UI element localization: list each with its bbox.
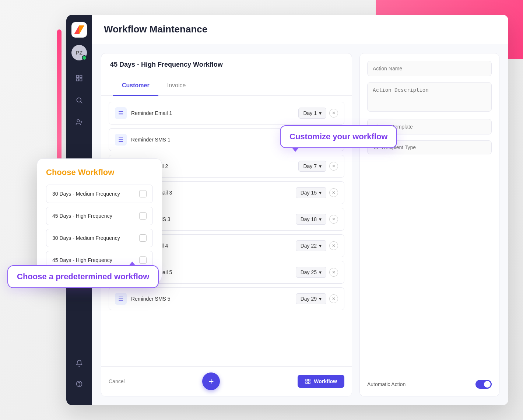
action-name-field (367, 61, 492, 76)
workflow-option-label-1: 45 Days - High Frequency (52, 213, 112, 219)
svg-rect-0 (77, 76, 79, 78)
remove-btn-5[interactable]: ✕ (329, 241, 338, 250)
tab-customer-label: Customer (122, 82, 150, 88)
workflow-option-checkbox-1[interactable] (139, 212, 147, 220)
action-description-field (367, 82, 492, 113)
page-title: Workflow Maintenance (104, 24, 496, 35)
tab-invoice[interactable]: Invoice (158, 76, 195, 96)
remove-btn-0[interactable]: ✕ (329, 109, 338, 118)
sidebar-item-users[interactable] (73, 116, 86, 129)
workflow-item-right-4: Day 18 ▾ ✕ (296, 214, 338, 225)
sidebar-item-grid[interactable] (73, 71, 86, 85)
remove-btn-7[interactable]: ✕ (329, 294, 338, 303)
sidebar-bottom (73, 357, 86, 398)
logo-inner (74, 25, 84, 35)
choose-workflow-title: Choose Workflow (46, 168, 153, 177)
avatar-status-indicator (82, 55, 87, 60)
sidebar-item-bell[interactable] (73, 357, 86, 370)
doc-icon-0: ☰ (115, 107, 127, 119)
svg-point-4 (77, 98, 81, 102)
day-selector-7[interactable]: Day 29 ▾ (296, 293, 326, 304)
workflow-item-name-0: Reminder Email 1 (131, 110, 172, 116)
workflow-item-left-1: ☰ Reminder SMS 1 (115, 134, 171, 146)
tabs-container: Customer Invoice (101, 76, 352, 96)
day-selector-5[interactable]: Day 22 ▾ (296, 240, 326, 251)
day-selector-2[interactable]: Day 7 ▾ (298, 161, 326, 172)
workflow-item-right-0: Day 1 ▾ ✕ (298, 108, 338, 119)
table-row: ☰ Reminder SMS 5 Day 29 ▾ ✕ (109, 287, 344, 310)
workflow-title: 45 Days - High Frequency Workflow (110, 61, 223, 69)
tooltip-predetermined-text: Choose a predetermined workflow (17, 272, 149, 281)
workflow-item-right-3: Day 15 ▾ ✕ (296, 187, 338, 198)
choose-workflow-popup: Choose Workflow 30 Days - Medium Frequen… (37, 158, 162, 282)
day-selector-0[interactable]: Day 1 ▾ (298, 108, 326, 119)
workflow-option-checkbox-2[interactable] (139, 234, 147, 242)
toggle-knob (484, 381, 491, 388)
auto-action-label: Automatic Action (367, 381, 406, 387)
right-panel: To Automatic Action (359, 53, 499, 396)
remove-btn-6[interactable]: ✕ (329, 268, 338, 277)
workflow-option-label-3: 45 Days - High Frequency (52, 257, 112, 263)
workflow-option-label-0: 30 Days - Medium Frequency (52, 191, 120, 197)
svg-point-8 (79, 385, 80, 386)
workflow-item-name-7: Reminder SMS 5 (131, 296, 171, 302)
cancel-button[interactable]: Cancel (109, 378, 125, 384)
list-item[interactable]: 30 Days - Medium Frequency (46, 185, 153, 203)
workflow-item-right-2: Day 7 ▾ ✕ (298, 161, 338, 172)
svg-rect-10 (309, 379, 310, 381)
svg-line-5 (81, 102, 83, 104)
day-selector-3[interactable]: Day 15 ▾ (296, 187, 326, 198)
tooltip-customize-text: Customize your workflow (289, 132, 387, 141)
panel-footer: Cancel + Workflow (101, 366, 352, 396)
svg-rect-1 (80, 76, 82, 78)
workflow-option-label-2: 30 Days - Medium Frequency (52, 235, 120, 241)
panel-header: 45 Days - High Frequency Workflow (101, 53, 352, 76)
svg-rect-12 (309, 382, 310, 384)
logo-triangle-left (74, 25, 79, 34)
recipient-type-input[interactable] (382, 144, 486, 150)
remove-btn-2[interactable]: ✕ (329, 162, 338, 171)
action-name-input[interactable] (367, 61, 492, 76)
table-row: ☰ Reminder Email 1 Day 1 ▾ ✕ (109, 102, 344, 125)
svg-point-6 (77, 120, 80, 122)
add-action-button[interactable]: + (202, 372, 220, 390)
workflow-item-right-6: Day 25 ▾ ✕ (296, 267, 338, 278)
svg-rect-11 (306, 382, 308, 384)
workflow-item-left-0: ☰ Reminder Email 1 (115, 107, 172, 119)
workflow-item-right-5: Day 22 ▾ ✕ (296, 240, 338, 251)
list-item[interactable]: 30 Days - Medium Frequency (46, 229, 153, 247)
day-selector-4[interactable]: Day 18 ▾ (296, 214, 326, 225)
svg-rect-2 (77, 79, 79, 81)
workflow-option-checkbox-0[interactable] (139, 190, 147, 197)
logo-triangle-right (79, 25, 84, 34)
sidebar-item-help[interactable] (73, 377, 86, 391)
auto-action-toggle[interactable] (475, 380, 492, 389)
page-header: Workflow Maintenance (92, 15, 508, 44)
workflow-button-label: Workflow (314, 378, 337, 384)
plus-icon: + (208, 376, 214, 386)
avatar-initials: PZ (76, 50, 83, 56)
auto-action-row: Automatic Action (367, 372, 492, 389)
workflow-item-left-7: ☰ Reminder SMS 5 (115, 293, 171, 305)
workflow-option-checkbox-3[interactable] (139, 256, 147, 264)
workflow-button-icon (305, 378, 311, 384)
remove-btn-3[interactable]: ✕ (329, 188, 338, 197)
svg-rect-3 (80, 79, 82, 81)
sidebar-logo (71, 22, 87, 38)
remove-btn-4[interactable]: ✕ (329, 215, 338, 224)
action-description-input[interactable] (367, 82, 492, 112)
tooltip-customize-workflow: Customize your workflow (280, 125, 397, 148)
workflow-item-right-7: Day 29 ▾ ✕ (296, 293, 338, 304)
day-selector-6[interactable]: Day 25 ▾ (296, 267, 326, 278)
tab-customer[interactable]: Customer (113, 76, 158, 96)
doc-icon-7: ☰ (115, 293, 127, 305)
sidebar-item-search[interactable] (73, 94, 86, 107)
tooltip-predetermined-workflow: Choose a predetermined workflow (7, 265, 159, 288)
workflow-item-name-1: Reminder SMS 1 (131, 137, 171, 143)
list-item[interactable]: 45 Days - High Frequency (46, 207, 153, 225)
avatar-container[interactable]: PZ (71, 45, 87, 60)
workflow-button[interactable]: Workflow (298, 375, 344, 388)
tab-invoice-label: Invoice (167, 82, 186, 88)
doc-icon-1: ☰ (115, 134, 127, 146)
svg-rect-9 (306, 379, 308, 381)
